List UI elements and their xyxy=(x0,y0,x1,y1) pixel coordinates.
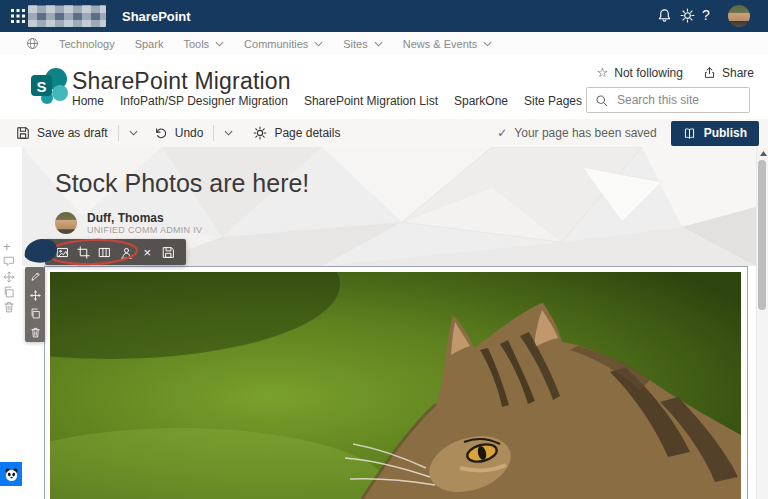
portal-nav-item-tools[interactable]: Tools xyxy=(183,38,224,50)
portal-nav-item-spark[interactable]: Spark xyxy=(135,38,164,50)
publish-button[interactable]: Publish xyxy=(671,121,759,146)
settings-gear-icon[interactable] xyxy=(680,8,695,23)
globe-icon xyxy=(26,37,39,50)
undo-icon xyxy=(154,126,168,140)
portal-nav-item-sites[interactable]: Sites xyxy=(343,38,382,50)
move-icon xyxy=(3,271,15,283)
comments-button[interactable] xyxy=(3,255,15,267)
svg-text:S: S xyxy=(36,78,46,95)
web-part-toolbar xyxy=(25,267,45,342)
portal-nav-item-communities[interactable]: Communities xyxy=(244,38,323,50)
portal-nav: Technology Spark Tools Communities Sites… xyxy=(0,32,768,56)
site-header: S SharePoint Migration Home InfoPath/SP … xyxy=(0,55,768,119)
trash-icon xyxy=(3,301,15,313)
follow-button[interactable]: ☆ Not following xyxy=(597,65,683,80)
chevron-down-icon xyxy=(314,41,323,47)
divider xyxy=(118,125,119,141)
panda-extension-button[interactable] xyxy=(0,462,22,486)
command-bar: Save as draft Undo Page details ✓ xyxy=(0,119,768,147)
site-nav-migration-list[interactable]: SharePoint Migration List xyxy=(304,94,438,108)
duplicate-section-button[interactable] xyxy=(3,286,15,298)
notifications-bell-icon[interactable] xyxy=(657,8,672,23)
delete-web-part-icon[interactable] xyxy=(30,327,41,338)
suite-app-name: SharePoint xyxy=(122,9,191,24)
focal-point-icon[interactable] xyxy=(116,241,137,263)
duplicate-web-part-icon[interactable] xyxy=(30,308,41,319)
save-image-icon[interactable] xyxy=(158,241,179,263)
author-byline[interactable]: Duff, Thomas UNIFIED COMM ADMIN IV xyxy=(55,211,202,235)
site-search xyxy=(586,87,750,113)
app-launcher-waffle-icon[interactable] xyxy=(10,8,26,24)
comment-icon xyxy=(3,255,15,267)
portal-nav-item-news-events[interactable]: News & Events xyxy=(403,38,493,50)
scroll-up-arrow[interactable] xyxy=(760,151,767,156)
plus-icon: + xyxy=(3,239,11,254)
image-toolbar: × xyxy=(45,239,186,265)
suite-bar: SharePoint ? xyxy=(0,0,768,32)
star-icon: ☆ xyxy=(597,65,609,80)
page-details-button[interactable]: Page details xyxy=(253,126,340,140)
close-icon[interactable]: × xyxy=(137,241,158,263)
save-options-chevron[interactable] xyxy=(129,130,138,136)
chevron-down-icon xyxy=(374,41,383,47)
panda-icon xyxy=(4,467,19,482)
image-width-icon[interactable] xyxy=(94,241,115,263)
delete-section-button[interactable] xyxy=(3,301,15,313)
share-icon xyxy=(703,66,716,79)
change-image-icon[interactable] xyxy=(52,241,73,263)
publish-book-icon xyxy=(683,127,696,140)
divider xyxy=(213,125,214,141)
search-icon xyxy=(595,94,608,107)
chevron-down-icon xyxy=(215,41,224,47)
scrollbar-thumb[interactable] xyxy=(758,160,766,310)
author-role: UNIFIED COMM ADMIN IV xyxy=(87,225,202,235)
move-web-part-icon[interactable] xyxy=(30,290,41,301)
search-input[interactable] xyxy=(615,92,739,108)
move-section-button[interactable] xyxy=(3,271,15,283)
sharepoint-page-editor: SharePoint ? Technology Spark Tools Comm… xyxy=(0,0,768,499)
site-nav-home[interactable]: Home xyxy=(72,94,104,108)
undo-button[interactable]: Undo xyxy=(154,126,204,140)
page-title[interactable]: Stock Photos are here! xyxy=(55,169,309,198)
account-avatar[interactable] xyxy=(728,5,750,27)
site-logo[interactable]: S xyxy=(30,66,70,106)
copy-icon xyxy=(3,286,15,298)
author-name: Duff, Thomas xyxy=(87,211,202,225)
site-nav-infopath-migration[interactable]: InfoPath/SP Designer Migration xyxy=(120,94,288,108)
save-status: ✓ Your page has been saved xyxy=(497,126,656,140)
save-icon xyxy=(16,126,30,140)
site-actions: ☆ Not following Share xyxy=(597,65,754,80)
edit-pencil-icon[interactable] xyxy=(30,271,41,282)
site-nav-site-pages[interactable]: Site Pages xyxy=(524,94,582,108)
undo-options-chevron[interactable] xyxy=(224,130,233,136)
save-as-draft-button[interactable]: Save as draft xyxy=(16,126,108,140)
site-nav: Home InfoPath/SP Designer Migration Shar… xyxy=(72,94,647,108)
help-icon[interactable]: ? xyxy=(702,7,710,23)
add-section-button[interactable]: + xyxy=(3,240,11,253)
redacted-logo xyxy=(28,5,106,27)
site-title[interactable]: SharePoint Migration xyxy=(72,68,291,95)
page-details-gear-icon xyxy=(253,126,267,140)
share-button[interactable]: Share xyxy=(703,66,754,80)
author-avatar xyxy=(55,212,77,234)
portal-nav-item-technology[interactable]: Technology xyxy=(59,38,115,50)
site-nav-sparkone[interactable]: SparkOne xyxy=(454,94,508,108)
stock-photo-cat[interactable] xyxy=(50,272,741,499)
image-web-part[interactable] xyxy=(44,266,748,499)
check-icon: ✓ xyxy=(497,126,507,140)
chevron-down-icon xyxy=(483,41,492,47)
page-canvas: Stock Photos are here! Duff, Thomas UNIF… xyxy=(0,147,768,499)
crop-icon[interactable] xyxy=(73,241,94,263)
